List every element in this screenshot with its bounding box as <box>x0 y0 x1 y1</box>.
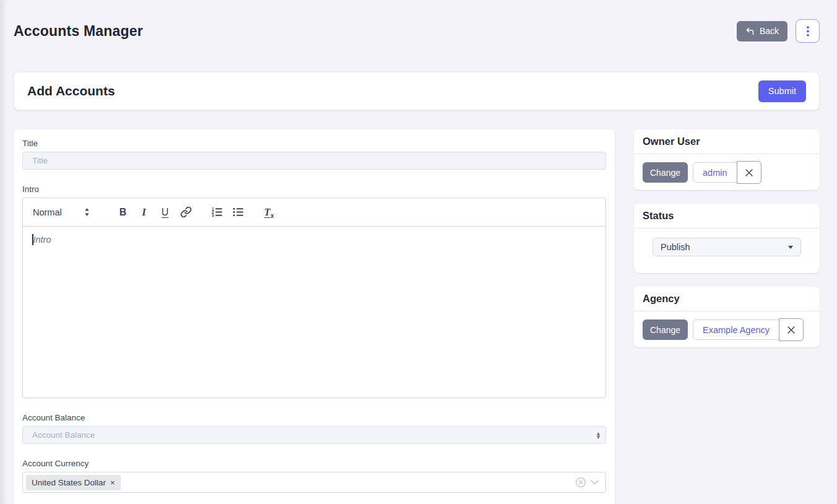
currency-field: Account Currency United States Dollar × <box>22 459 606 493</box>
balance-label: Account Balance <box>22 413 606 422</box>
agency-card-title: Agency <box>634 287 820 311</box>
status-select-value: Publish <box>661 242 690 252</box>
remove-owner-user-button[interactable] <box>737 161 761 184</box>
ordered-list-button[interactable]: 123 <box>207 204 227 220</box>
format-picker-label: Normal <box>33 207 62 217</box>
editor-toolbar: Normal B I U <box>23 198 605 227</box>
intro-placeholder: Intro <box>33 235 51 245</box>
corner-up-left-icon <box>745 27 755 36</box>
ordered-list-icon: 123 <box>211 206 223 218</box>
number-spinner[interactable]: ▲ ▼ <box>593 430 604 440</box>
page-header-card-title: Add Accounts <box>27 84 115 98</box>
underline-button[interactable]: U <box>155 204 175 220</box>
form-card: Title Intro Normal B <box>14 129 615 504</box>
remove-tag-icon[interactable]: × <box>110 478 115 487</box>
bold-icon: B <box>119 207 127 218</box>
intro-field: Intro Normal B I <box>22 185 606 398</box>
agency-value-group: Example Agency <box>693 318 804 341</box>
intro-editor-body[interactable]: Intro <box>23 227 605 398</box>
close-icon <box>787 326 796 334</box>
bold-button[interactable]: B <box>113 204 132 220</box>
remove-agency-button[interactable] <box>779 318 804 341</box>
status-select[interactable]: Publish <box>653 238 801 256</box>
submit-button[interactable]: Submit <box>758 80 806 102</box>
svg-text:3: 3 <box>212 213 214 217</box>
page-title: Accounts Manager <box>14 23 143 40</box>
title-input[interactable] <box>22 152 606 170</box>
topbar-actions: Back <box>737 19 820 43</box>
change-agency-button[interactable]: Change <box>643 319 688 340</box>
balance-field: Account Balance ▲ ▼ <box>22 413 606 444</box>
format-picker[interactable]: Normal <box>29 204 93 220</box>
sidebar: Owner User Change admin Status <box>634 129 820 347</box>
back-button-label: Back <box>760 26 779 36</box>
kebab-menu-icon <box>807 26 809 37</box>
currency-multiselect[interactable]: United States Dollar × <box>22 472 606 493</box>
spinner-down-icon[interactable]: ▼ <box>596 435 601 439</box>
multiselect-icons <box>575 477 599 488</box>
underline-icon: U <box>162 207 169 218</box>
status-card: Status Publish <box>634 204 820 273</box>
picker-arrows-icon <box>84 207 90 217</box>
owner-user-link[interactable]: admin <box>693 162 737 183</box>
link-icon <box>180 206 192 218</box>
page-header-card: Add Accounts Submit <box>14 72 820 110</box>
bullet-list-icon <box>232 206 244 218</box>
close-icon <box>745 168 753 177</box>
agency-card: Agency Change Example Agency <box>634 287 820 347</box>
status-card-body: Publish <box>634 228 820 273</box>
italic-icon: I <box>142 206 146 219</box>
intro-label: Intro <box>22 185 606 194</box>
title-field: Title <box>22 139 606 170</box>
currency-label: Account Currency <box>22 459 606 468</box>
more-options-button[interactable] <box>796 19 820 43</box>
agency-card-body: Change Example Agency <box>634 311 820 347</box>
content-row: Title Intro Normal B <box>14 129 820 504</box>
change-owner-user-button[interactable]: Change <box>643 162 688 183</box>
bullet-list-button[interactable] <box>228 204 248 220</box>
currency-tag-label: United States Dollar <box>32 478 106 487</box>
caret-down-icon <box>788 246 793 249</box>
balance-input[interactable] <box>22 426 606 444</box>
italic-button[interactable]: I <box>134 204 154 220</box>
agency-link[interactable]: Example Agency <box>693 319 779 340</box>
link-button[interactable] <box>176 204 196 220</box>
clear-formatting-icon: Tx <box>264 207 274 218</box>
owner-user-card-body: Change admin <box>634 154 820 190</box>
owner-user-card: Owner User Change admin <box>634 129 820 190</box>
clear-all-icon[interactable] <box>575 477 586 488</box>
status-card-title: Status <box>634 204 820 228</box>
balance-input-wrap: ▲ ▼ <box>22 426 606 444</box>
back-button[interactable]: Back <box>737 21 787 41</box>
title-label: Title <box>22 139 606 148</box>
owner-user-card-title: Owner User <box>634 129 820 154</box>
topbar: Accounts Manager Back <box>14 0 820 43</box>
owner-user-value-group: admin <box>693 161 761 184</box>
chevron-down-icon[interactable] <box>591 480 599 485</box>
currency-tag: United States Dollar × <box>26 475 121 490</box>
intro-editor: Normal B I U <box>22 198 606 398</box>
page: Accounts Manager Back Add Accounts Submi… <box>0 0 837 504</box>
clear-formatting-button[interactable]: Tx <box>259 204 279 220</box>
